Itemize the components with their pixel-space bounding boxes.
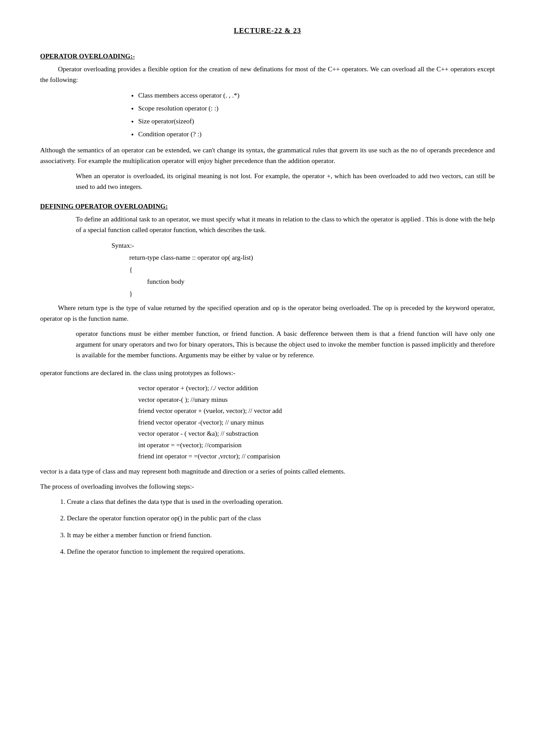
code-line: friend vector operator + (vuelor, vector… [138, 405, 495, 417]
list-item: Condition operator (? :) [138, 128, 495, 140]
code-block-prototypes: vector operator + (vector); /./ vector a… [138, 383, 495, 462]
paragraph-overloading-steps: The process of overloading involves the … [40, 481, 495, 492]
paragraph-vector-datatype: vector is a data type of class and may r… [40, 466, 495, 477]
list-item: Scope resolution operator (: :) [138, 102, 495, 114]
section-heading-defining: DEFINING OPERATOR OVERLOADING: [40, 203, 495, 210]
code-line: friend vector operator -(vector); // una… [138, 417, 495, 429]
code-line: vector operator-( ); //unary minus [138, 394, 495, 406]
step-item: Declare the operator function operator o… [67, 513, 495, 524]
paragraph-return-type: Where return type is the type of value r… [40, 302, 495, 324]
bullet-list-operators: Class members access operator (. , .*) S… [138, 90, 495, 140]
code-line: friend int operator = =(vector ,vrctor);… [138, 451, 495, 462]
syntax-line3: function body [147, 276, 495, 288]
section-operator-overloading: OPERATOR OVERLOADING:- Operator overload… [40, 53, 495, 192]
page-container: LECTURE-22 & 23 OPERATOR OVERLOADING:- O… [0, 0, 535, 756]
paragraph-declared-in: operator functions are declared in. the … [40, 368, 495, 378]
steps-list: Create a class that defines the data typ… [67, 496, 495, 558]
paragraph-operator-functions: operator functions must be either member… [76, 328, 495, 360]
section-heading-operator-overloading: OPERATOR OVERLOADING:- [40, 53, 495, 60]
code-line: int operator = =(vector); //comparision [138, 440, 495, 451]
list-item: Size operator(sizeof) [138, 115, 495, 127]
syntax-line1: return-type class-name :: operator op( a… [129, 252, 495, 264]
syntax-line2: { [129, 264, 495, 276]
step-item: Define the operator function to implemen… [67, 546, 495, 558]
paragraph-intro: Operator overloading provides a flexible… [40, 64, 495, 85]
step-item: Create a class that defines the data typ… [67, 496, 495, 508]
list-item: Class members access operator (. , .*) [138, 90, 495, 102]
code-line: vector operator - ( vector &a); // subst… [138, 428, 495, 440]
paragraph-define-task: To define an additional task to an opera… [76, 214, 495, 235]
page-title: LECTURE-22 & 23 [40, 27, 495, 35]
paragraph-semantics: Although the semantics of an operator ca… [40, 145, 495, 166]
step-item: It may be either a member function or fr… [67, 530, 495, 541]
syntax-label: Syntax:- [111, 240, 495, 252]
section-defining-operator-overloading: DEFINING OPERATOR OVERLOADING: To define… [40, 203, 495, 558]
code-line: vector operator + (vector); /./ vector a… [138, 383, 495, 394]
syntax-line4: } [129, 288, 495, 300]
syntax-block: Syntax:- return-type class-name :: opera… [111, 240, 495, 300]
paragraph-overloaded: When an operator is overloaded, its orig… [76, 171, 495, 192]
